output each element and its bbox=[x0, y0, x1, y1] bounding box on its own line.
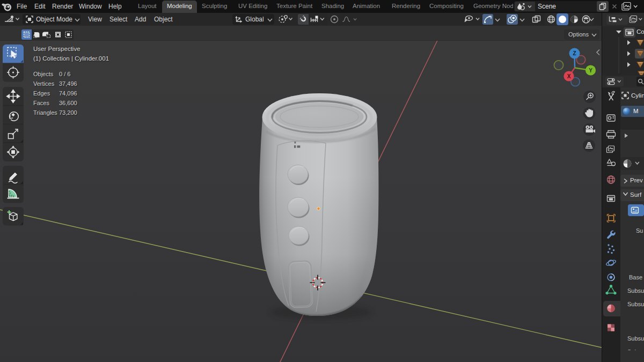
svg-text:X: X bbox=[567, 73, 571, 79]
svg-text:Z: Z bbox=[573, 50, 576, 56]
svg-text:Y: Y bbox=[589, 68, 592, 73]
